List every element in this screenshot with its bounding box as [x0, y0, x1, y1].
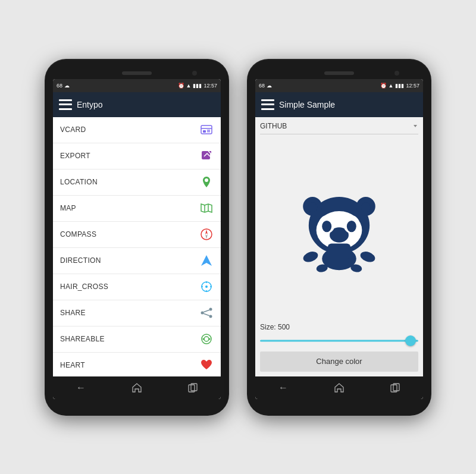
github-icon-area: [260, 138, 418, 323]
phone-top-bar-left: [53, 67, 221, 79]
list-item-direction[interactable]: DIRECTION: [53, 248, 221, 274]
hamburger-icon-left[interactable]: [59, 99, 72, 110]
slider-track: [260, 340, 418, 341]
label-hair-cross: HAIR_CROSS: [60, 282, 108, 291]
icon-direction: [199, 253, 214, 268]
label-share: SHARE: [60, 309, 86, 317]
svg-line-26: [203, 313, 209, 316]
list-content-left: VCARD EXPORT: [53, 117, 221, 376]
nav-recent-right[interactable]: [383, 376, 407, 399]
phone-bottom-right: [255, 399, 423, 407]
svg-point-38: [361, 203, 371, 212]
svg-point-23: [209, 315, 212, 318]
list-item-location[interactable]: LOCATION: [53, 169, 221, 196]
slider-container[interactable]: [260, 335, 418, 347]
list-item-compass[interactable]: COMPASS: [53, 222, 221, 248]
phone-screen-left: 68 ☁ ⏰ ▲ ▮▮▮ 12:57 Entypo: [53, 79, 221, 399]
phone-left: 68 ☁ ⏰ ▲ ▮▮▮ 12:57 Entypo: [45, 59, 229, 416]
status-num-right: 68: [259, 83, 265, 89]
svg-point-43: [322, 221, 331, 232]
list-item-share[interactable]: SHARE: [53, 300, 221, 327]
dropdown-arrow: [412, 123, 418, 129]
svg-rect-2: [203, 130, 206, 133]
clock-icon-left: ⏰: [178, 83, 184, 89]
list-item-map[interactable]: MAP: [53, 196, 221, 222]
nav-recent-left[interactable]: [181, 376, 205, 399]
cloud-icon-left: ☁: [64, 83, 70, 89]
app-bar-left: Entypo: [53, 92, 221, 117]
icon-map: [199, 201, 214, 215]
status-num-left: 68: [57, 83, 62, 89]
wifi-icon-right: ▲: [389, 83, 394, 89]
svg-point-8: [205, 178, 208, 182]
svg-point-28: [204, 337, 209, 341]
size-label: Size: 500: [260, 323, 290, 331]
phone-screen-right: 68 ☁ ⏰ ▲ ▮▮▮ 12:57 Simple Sample: [255, 79, 423, 399]
label-map: MAP: [60, 204, 76, 212]
svg-marker-15: [201, 255, 212, 266]
size-row: Size: 500: [260, 323, 418, 331]
nav-back-left[interactable]: ←: [69, 376, 93, 399]
divider: [260, 134, 418, 134]
phone-top-bar-right: [255, 67, 423, 79]
icon-compass: [199, 227, 214, 241]
list-item-vcard[interactable]: VCARD: [53, 117, 221, 143]
status-right-right: ⏰ ▲ ▮▮▮ 12:57: [380, 83, 419, 89]
svg-point-22: [209, 308, 212, 311]
label-vcard: VCARD: [60, 125, 86, 134]
battery-left: ▮▮▮: [193, 83, 202, 89]
nav-home-right[interactable]: [327, 376, 351, 399]
phone-bottom-left: [53, 399, 221, 407]
change-color-button[interactable]: Change color: [260, 351, 418, 372]
icon-share: [199, 306, 214, 320]
svg-point-24: [201, 312, 204, 315]
clock-icon-right: ⏰: [380, 83, 387, 89]
time-left: 12:57: [203, 83, 217, 89]
label-location: LOCATION: [60, 178, 98, 186]
status-left-left: 68 ☁: [57, 83, 70, 89]
hamburger-icon-right[interactable]: [261, 99, 274, 110]
time-right: 12:57: [406, 83, 419, 89]
icon-location: [199, 175, 214, 189]
battery-right: ▮▮▮: [395, 83, 404, 89]
svg-marker-9: [201, 204, 212, 212]
label-direction: DIRECTION: [60, 256, 101, 265]
svg-marker-33: [414, 125, 417, 127]
svg-line-25: [203, 310, 209, 312]
svg-point-46: [302, 250, 320, 264]
icon-hair-cross: [199, 280, 214, 294]
svg-point-30: [209, 338, 211, 340]
phone-right: 68 ☁ ⏰ ▲ ▮▮▮ 12:57 Simple Sample: [247, 59, 431, 416]
nav-home-left[interactable]: [125, 376, 149, 399]
list-item-shareable[interactable]: SHAREABLE: [53, 327, 221, 353]
phones-container: 68 ☁ ⏰ ▲ ▮▮▮ 12:57 Entypo: [45, 59, 431, 416]
icon-vcard: [199, 123, 214, 137]
app-bar-right: Simple Sample: [255, 92, 423, 117]
slider-thumb[interactable]: [405, 335, 416, 346]
list-item-export[interactable]: EXPORT: [53, 143, 221, 169]
status-right-left: ⏰ ▲ ▮▮▮ 12:57: [178, 83, 217, 89]
camera-right: [394, 71, 399, 76]
app-title-right: Simple Sample: [279, 100, 335, 109]
svg-point-44: [347, 221, 356, 232]
svg-point-21: [205, 285, 208, 288]
label-compass: COMPASS: [60, 230, 96, 238]
nav-bar-right: ←: [255, 376, 423, 399]
github-label: GITHUB: [260, 122, 287, 130]
speaker-left: [122, 71, 152, 75]
github-octocat-icon: [292, 183, 387, 278]
sample-content: GITHUB: [255, 117, 423, 376]
status-bar-right: 68 ☁ ⏰ ▲ ▮▮▮ 12:57: [255, 79, 423, 92]
icon-export: [199, 149, 214, 163]
list-item-heart[interactable]: HEART: [53, 353, 221, 376]
label-export: EXPORT: [60, 152, 90, 160]
camera-left: [192, 71, 197, 76]
nav-bar-left: ←: [53, 376, 221, 399]
svg-point-47: [359, 250, 377, 264]
nav-back-right[interactable]: ←: [271, 376, 295, 399]
icon-heart: [199, 358, 214, 372]
svg-marker-14: [205, 234, 208, 239]
list-item-hair-cross[interactable]: HAIR_CROSS: [53, 274, 221, 300]
app-title-left: Entypo: [77, 100, 103, 109]
status-left-right: 68 ☁: [259, 83, 272, 89]
